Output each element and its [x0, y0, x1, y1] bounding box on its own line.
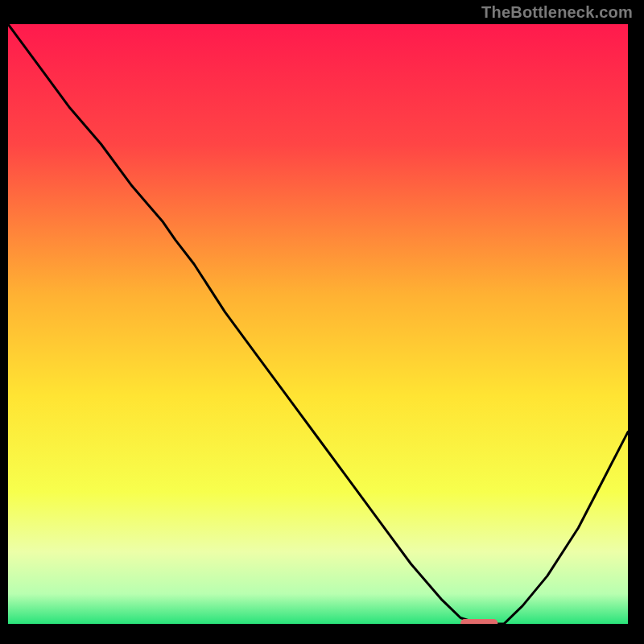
chart-frame	[8, 24, 628, 624]
optimal-marker	[460, 619, 497, 624]
gradient-background	[8, 24, 628, 624]
watermark-text: TheBottleneck.com	[481, 3, 633, 22]
bottleneck-chart	[8, 24, 628, 624]
